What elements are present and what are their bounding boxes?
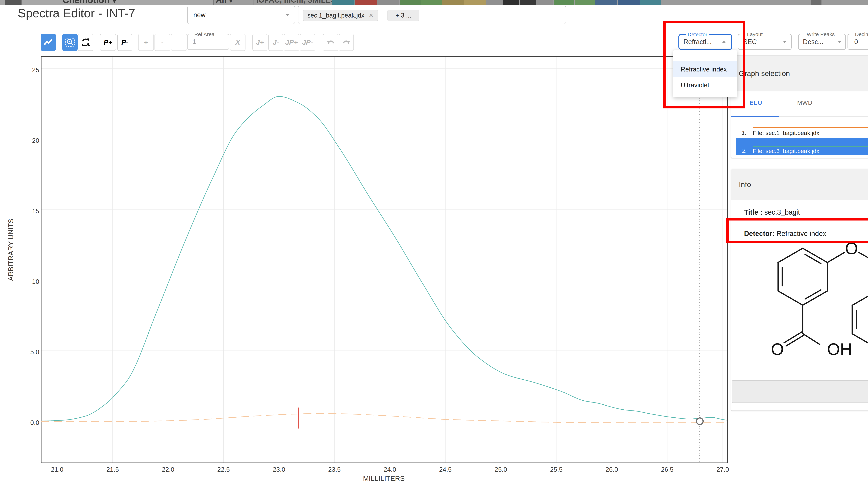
svg-text:OH: OH: [827, 340, 852, 358]
svg-text:O: O: [771, 340, 784, 358]
